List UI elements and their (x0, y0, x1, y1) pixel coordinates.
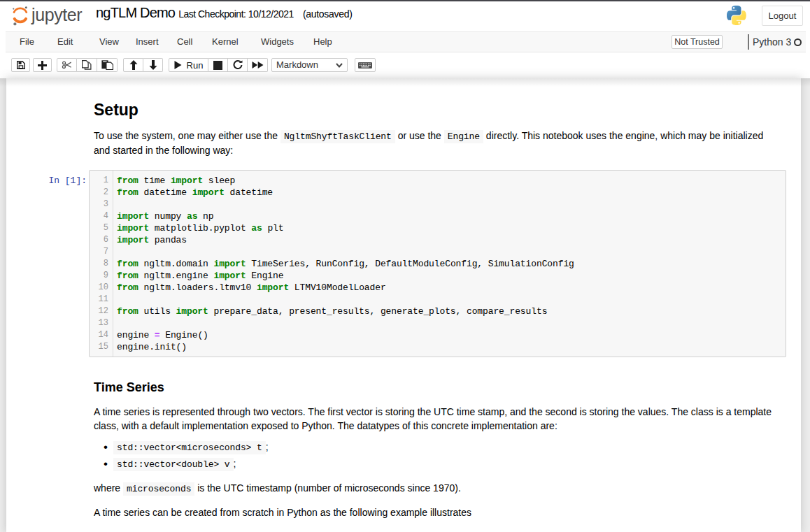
svg-text:jupyter: jupyter (31, 5, 82, 24)
